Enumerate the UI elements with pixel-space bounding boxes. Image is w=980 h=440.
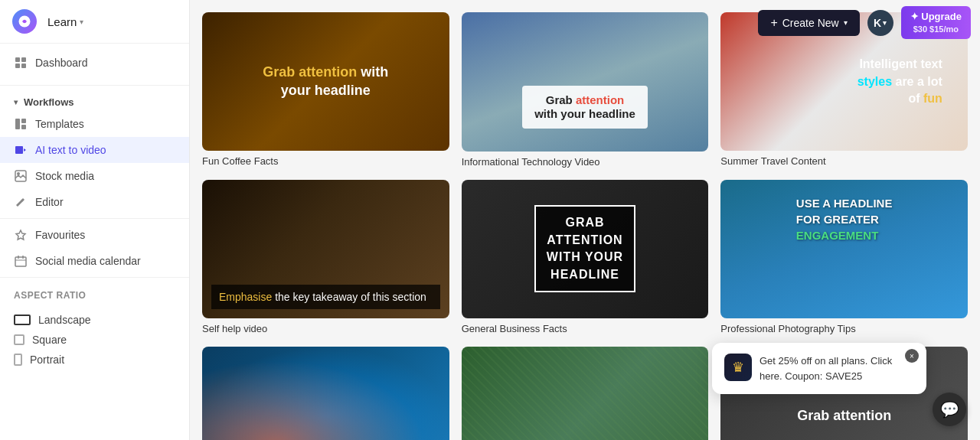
app-logo (12, 9, 37, 34)
svg-rect-1 (15, 57, 20, 62)
create-new-button[interactable]: + Create New ▾ (758, 10, 859, 36)
svg-rect-2 (21, 57, 26, 62)
sidebar-item-stock-media[interactable]: Stock media (0, 163, 189, 189)
svg-rect-8 (15, 146, 23, 154)
thumb-text-box-tech: Grab attentionwith your headline (522, 86, 648, 129)
sidebar-divider-1 (0, 85, 189, 86)
chat-icon: 💬 (940, 400, 959, 419)
card-informational-technology[interactable]: Grab attentionwith your headline Informa… (462, 12, 709, 168)
workflows-label: Workflows (24, 96, 74, 108)
workflows-group[interactable]: ▾ Workflows (0, 89, 189, 111)
popup-text: Get 25% off on all plans. Click here. Co… (760, 354, 914, 383)
chevron-down-icon-workflows: ▾ (14, 98, 18, 106)
upgrade-button[interactable]: ✦ Upgrade $30 $15/mo (901, 6, 971, 39)
card-label-business: General Business Facts (462, 323, 709, 334)
card-general-business[interactable]: GRABATTENTIONWITH YOURHEADLINE General B… (462, 180, 709, 335)
sidebar: Learn ▾ Dashboard ▾ Workflows Templates … (0, 0, 190, 440)
sidebar-item-editor[interactable]: Editor (0, 189, 189, 215)
chevron-down-icon-learn: ▾ (80, 18, 83, 26)
svg-rect-14 (15, 257, 26, 266)
chevron-down-icon-user: ▾ (883, 19, 887, 27)
card-fun-coffee-facts[interactable]: Grab attention withyour headline Fun Cof… (202, 12, 449, 168)
aspect-square[interactable]: Square (14, 330, 175, 350)
user-avatar[interactable]: K ▾ (867, 10, 893, 36)
user-initial: K (874, 17, 881, 29)
thumb-fun-coffee-facts: Grab attention withyour headline (202, 12, 449, 151)
svg-rect-7 (21, 125, 26, 129)
thumb-water-overlay (202, 347, 449, 440)
card-label-photography: Professional Photography Tips (720, 323, 968, 334)
card-water[interactable] (202, 347, 449, 440)
svg-rect-3 (15, 64, 20, 68)
popup-icon: ♛ (724, 354, 752, 381)
sidebar-item-templates[interactable]: Templates (0, 111, 189, 137)
thumb-informational-technology: Grab attentionwith your headline (462, 12, 709, 152)
thumb-overlay-photography: USE A HEADLINEFOR GREATERENGAGEMENT (720, 180, 968, 318)
svg-rect-6 (21, 119, 26, 123)
card-self-help[interactable]: Emphasise the key takeaway of this secti… (202, 180, 449, 335)
sidebar-item-ai-text-to-video[interactable]: AI text to video (0, 137, 189, 163)
card-label-self-help: Self help video (202, 323, 449, 334)
thumb-photography-tips: USE A HEADLINEFOR GREATERENGAGEMENT (720, 180, 968, 318)
thumb-text-coffee: Grab attention withyour headline (263, 64, 388, 99)
thumb-general-business: GRABATTENTIONWITH YOURHEADLINE (462, 180, 709, 319)
svg-marker-13 (16, 230, 25, 240)
chat-button[interactable]: 💬 (933, 393, 966, 426)
square-label: Square (32, 334, 67, 346)
sidebar-item-dashboard-label: Dashboard (35, 57, 88, 69)
landscape-label: Landscape (38, 314, 91, 326)
sidebar-item-social-media-calendar[interactable]: Social media calendar (0, 248, 189, 274)
thumb-text-business: GRABATTENTIONWITH YOURHEADLINE (534, 205, 635, 292)
sidebar-item-editor-label: Editor (35, 196, 64, 208)
aspect-portrait[interactable]: Portrait (14, 350, 175, 370)
promo-popup: ♛ Get 25% off on all plans. Click here. … (712, 343, 926, 394)
square-icon (14, 334, 24, 345)
svg-rect-4 (21, 64, 26, 68)
thumb-water (202, 347, 449, 440)
portrait-label: Portrait (30, 354, 64, 366)
sidebar-item-dashboard[interactable]: Dashboard (0, 50, 189, 76)
upgrade-price: $30 $15/mo (910, 24, 962, 34)
popup-crown-icon: ♛ (732, 359, 744, 376)
thumb-text-self-help: Emphasise the key takeaway of this secti… (211, 285, 440, 309)
upgrade-label: ✦ Upgrade (910, 11, 962, 24)
ai-text-to-video-icon (14, 143, 28, 157)
sidebar-item-ai-label: AI text to video (35, 144, 106, 156)
card-money[interactable] (462, 347, 709, 440)
learn-button[interactable]: Learn ▾ (44, 14, 87, 30)
thumb-overlay-business: GRABATTENTIONWITH YOURHEADLINE (462, 180, 709, 319)
aspect-ratio-label: Aspect ratio (14, 287, 175, 304)
dashboard-icon (14, 56, 28, 70)
card-label-summer: Summer Travel Content (720, 155, 968, 167)
sidebar-item-social-calendar-label: Social media calendar (35, 255, 141, 267)
learn-label: Learn (47, 15, 77, 28)
thumb-overlay-tech: Grab attentionwith your headline (462, 12, 709, 152)
portrait-icon (14, 354, 22, 366)
sidebar-main-section: Dashboard (0, 44, 189, 82)
stock-media-icon (14, 169, 28, 183)
aspect-ratio-section: Aspect ratio Landscape Square Portrait (0, 281, 189, 376)
editor-icon (14, 195, 28, 209)
sidebar-item-favourites[interactable]: Favourites (0, 222, 189, 248)
card-photography-tips[interactable]: USE A HEADLINEFOR GREATERENGAGEMENT Prof… (720, 180, 968, 335)
create-new-label: Create New (782, 17, 839, 29)
landscape-icon (14, 315, 31, 325)
card-label-tech: Informational Technology Video (462, 156, 709, 168)
plus-icon: + (770, 16, 777, 30)
svg-rect-5 (15, 119, 20, 129)
card-label-coffee: Fun Coffee Facts (202, 155, 449, 167)
svg-marker-9 (24, 148, 26, 152)
aspect-landscape[interactable]: Landscape (14, 310, 175, 330)
sidebar-item-stock-label: Stock media (35, 170, 94, 182)
sidebar-divider-2 (0, 218, 189, 219)
thumb-money (462, 347, 709, 440)
thumb-text-photography: USE A HEADLINEFOR GREATERENGAGEMENT (796, 195, 893, 243)
sidebar-header: Learn ▾ (0, 0, 189, 44)
templates-icon (14, 117, 28, 131)
thumb-self-help: Emphasise the key takeaway of this secti… (202, 180, 449, 318)
sidebar-item-templates-label: Templates (35, 118, 84, 130)
thumb-text-grab3: Grab attention (797, 407, 891, 425)
popup-close-button[interactable]: × (905, 349, 919, 363)
top-bar-right: + Create New ▾ K ▾ ✦ Upgrade $30 $15/mo (758, 6, 971, 39)
favourites-icon (14, 228, 28, 242)
